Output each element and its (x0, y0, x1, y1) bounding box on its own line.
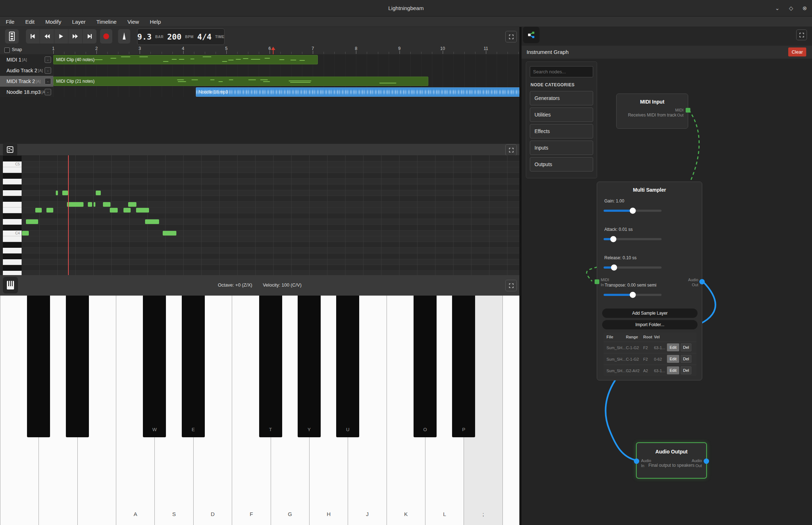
midi-note[interactable] (88, 202, 92, 207)
audio-clip[interactable]: Noodle 18.mp3 (196, 87, 520, 97)
node-audio-output[interactable]: Audio Output Final output to speakers Au… (636, 442, 707, 479)
midi-note[interactable] (128, 202, 136, 207)
midi-note[interactable] (26, 219, 38, 224)
record-button[interactable] (100, 29, 112, 44)
black-key-w[interactable]: W (143, 296, 166, 437)
midi-note[interactable] (163, 231, 176, 236)
roll-row-c4[interactable] (22, 230, 519, 236)
midi-note[interactable] (123, 208, 131, 213)
menu-layer[interactable]: Layer (72, 19, 86, 25)
metronome-button[interactable] (118, 29, 130, 44)
roll-key-b4[interactable] (3, 167, 22, 173)
piano-roll-panel-button[interactable] (3, 142, 17, 157)
roll-key-e4[interactable] (3, 207, 22, 213)
menu-modify[interactable]: Modify (45, 19, 61, 25)
roll-row-d4[interactable] (22, 219, 519, 225)
keyboard-expand-button[interactable] (505, 280, 517, 291)
track-name-midi-track-2[interactable]: MIDI Track 2[A]- (0, 76, 53, 87)
delete-layer-button[interactable]: Del (681, 343, 691, 351)
roll-row-c5[interactable] (22, 161, 519, 167)
midi-clip[interactable]: MIDI Clip (21 notes) (53, 77, 428, 86)
roll-key-g4[interactable] (3, 190, 22, 196)
rewind-button[interactable] (40, 29, 54, 44)
roll-key-ds4[interactable] (3, 213, 22, 219)
graph-canvas[interactable]: NODE CATEGORIES GeneratorsUtilitiesEffec… (522, 59, 812, 525)
track-lane[interactable] (53, 65, 519, 76)
roll-key-c5[interactable]: C5 (3, 161, 22, 167)
roll-key-g3[interactable] (3, 259, 22, 265)
param-slider[interactable] (604, 210, 662, 212)
roll-key-cs5[interactable] (3, 156, 22, 161)
roll-row-e4[interactable] (22, 207, 519, 213)
track-name-audio-track-2[interactable]: Audio Track 2[A]- (0, 65, 53, 76)
roll-key-f3[interactable] (3, 271, 22, 275)
roll-row-g3[interactable] (22, 259, 519, 265)
midi-note[interactable] (46, 208, 53, 213)
roll-key-gs4[interactable] (3, 184, 22, 190)
param-slider[interactable] (604, 238, 662, 240)
roll-row-a4[interactable] (22, 179, 519, 184)
midi-in-port[interactable] (595, 279, 599, 284)
roll-row-b3[interactable] (22, 236, 519, 242)
roll-row-as3[interactable] (22, 242, 519, 248)
slider-thumb[interactable] (610, 236, 617, 242)
close-button[interactable]: ⊗ (802, 5, 807, 12)
node-midi-input[interactable]: MIDI Input Receives MIDI from track MIDI… (616, 93, 688, 129)
roll-row-ds4[interactable] (22, 213, 519, 219)
midi-note[interactable] (110, 208, 118, 213)
delete-layer-button[interactable]: Del (681, 355, 691, 363)
track-lane[interactable]: Noodle 18.mp3 (53, 87, 519, 97)
roll-row-gs3[interactable] (22, 254, 519, 259)
roll-key-f4[interactable] (3, 202, 22, 207)
add-sample-layer-button[interactable]: Add Sample Layer (602, 309, 698, 318)
menu-help[interactable]: Help (150, 19, 161, 25)
play-button[interactable] (54, 29, 68, 44)
track-name-midi-1[interactable]: MIDI 1[A]- (0, 54, 53, 65)
midi-note[interactable] (22, 231, 29, 236)
midi-note[interactable] (96, 191, 101, 195)
track-lane[interactable]: MIDI Clip (40 notes) (53, 54, 519, 65)
midi-note[interactable] (56, 191, 58, 195)
roll-row-f3[interactable] (22, 271, 519, 275)
roll-key-d4[interactable] (3, 219, 22, 225)
midi-clip[interactable]: MIDI Clip (40 notes) (53, 55, 318, 64)
roll-key-a3[interactable] (3, 248, 22, 254)
minimize-button[interactable]: ⌄ (775, 5, 780, 12)
roll-key-gs3[interactable] (3, 254, 22, 259)
midi-note[interactable] (35, 208, 42, 213)
track-lane[interactable]: MIDI Clip (21 notes) (53, 76, 519, 87)
roll-key-b3[interactable] (3, 236, 22, 242)
import-folder-button[interactable]: Import Folder... (602, 320, 698, 329)
timeline-expand-button[interactable] (505, 31, 517, 42)
black-key-y[interactable]: Y (298, 296, 321, 437)
midi-note[interactable] (103, 202, 110, 207)
clear-graph-button[interactable]: Clear (788, 47, 806, 56)
audio-in-port[interactable] (634, 458, 639, 464)
timeline-ruler[interactable]: Snap 1234567891011 (0, 46, 519, 55)
black-key[interactable] (66, 296, 89, 437)
black-key-u[interactable]: U (336, 296, 359, 437)
roll-key-a4[interactable] (3, 179, 22, 184)
roll-row-gs4[interactable] (22, 184, 519, 190)
track-checkbox[interactable]: - (45, 78, 51, 85)
edit-layer-button[interactable]: Edit (667, 366, 679, 374)
audio-out-port[interactable] (704, 458, 709, 464)
roll-row-cs4[interactable] (22, 225, 519, 230)
track-checkbox[interactable]: - (45, 89, 51, 95)
snap-checkbox[interactable] (4, 47, 10, 53)
menu-view[interactable]: View (127, 19, 139, 25)
midi-note[interactable] (62, 191, 68, 195)
slider-thumb[interactable] (630, 292, 636, 298)
maximize-button[interactable]: ◇ (789, 5, 793, 12)
slider-thumb[interactable] (630, 208, 636, 214)
skip-end-button[interactable] (83, 29, 96, 44)
track-name-noodle-18-mp3[interactable]: Noodle 18.mp3[A]- (0, 87, 53, 97)
slider-thumb[interactable] (611, 265, 617, 271)
track-checkbox[interactable]: - (45, 56, 51, 63)
roll-key-as3[interactable] (3, 242, 22, 248)
roll-row-fs4[interactable] (22, 196, 519, 202)
midi-note[interactable] (94, 202, 95, 207)
midi-note[interactable] (67, 202, 84, 207)
midi-out-port[interactable] (686, 108, 690, 113)
film-roll-button[interactable] (5, 29, 19, 44)
